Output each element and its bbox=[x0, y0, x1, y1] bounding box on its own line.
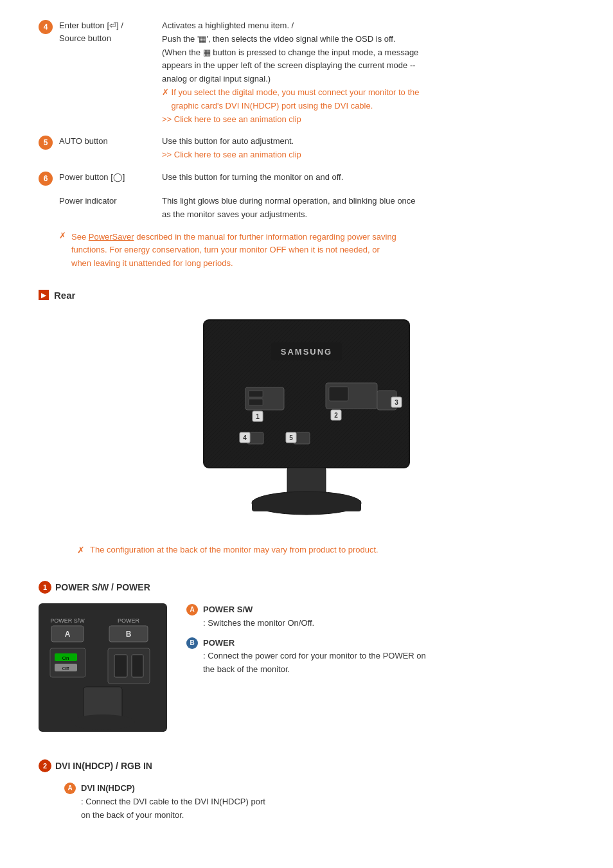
svg-point-43 bbox=[71, 714, 135, 730]
note-symbol: ✗ bbox=[59, 231, 66, 240]
svg-text:A: A bbox=[65, 630, 71, 639]
svg-text:B: B bbox=[126, 630, 132, 639]
power-indicator-desc: This light glows blue during normal oper… bbox=[162, 195, 574, 222]
svg-rect-8 bbox=[249, 399, 263, 405]
port-2-desc: A DVI IN(HDCP) : Connect the DVI cable t… bbox=[39, 782, 265, 828]
button-row-6: 6 Power button [◯] Use this button for t… bbox=[39, 171, 574, 186]
svg-text:POWER S/W: POWER S/W bbox=[50, 617, 85, 624]
port-section-1: 1 POWER S/W / POWER POWER S/W POWER A B … bbox=[39, 581, 574, 734]
svg-text:3: 3 bbox=[395, 399, 398, 406]
port-desc-item-A2: A DVI IN(HDCP) : Connect the DVI cable t… bbox=[64, 782, 265, 822]
button-row-4: 4 Enter button [⏎] /Source button Activa… bbox=[39, 19, 574, 126]
button-descriptions: 4 Enter button [⏎] /Source button Activa… bbox=[39, 19, 574, 270]
button-row-5: 5 AUTO button Use this button for auto a… bbox=[39, 135, 574, 162]
svg-rect-34 bbox=[50, 648, 85, 677]
port-desc-text-A1: POWER S/W : Switches the monitor On/Off. bbox=[203, 603, 314, 630]
animation-link-5[interactable]: >> Click here to see an animation clip bbox=[162, 150, 301, 159]
button-label-5: AUTO button bbox=[59, 135, 162, 148]
monitor-back-image: SAMSUNG 1 2 3 4 bbox=[39, 314, 574, 526]
svg-text:POWER: POWER bbox=[118, 617, 140, 624]
button-number-5: 5 bbox=[39, 136, 53, 150]
svg-rect-41 bbox=[132, 655, 143, 677]
svg-rect-12 bbox=[329, 387, 348, 401]
sub-badge-A1: A bbox=[186, 604, 198, 616]
button-desc-5: Use this button for auto adjustment. >> … bbox=[162, 135, 574, 162]
port-desc-item-B: B POWER : Connect the power cord for you… bbox=[186, 637, 574, 677]
config-note: ✗ The configuration at the back of the m… bbox=[39, 538, 574, 562]
monitor-svg: SAMSUNG 1 2 3 4 bbox=[172, 314, 441, 526]
port-1-image: POWER S/W POWER A B On Off bbox=[39, 603, 167, 734]
button-label-6: Power button [◯] bbox=[59, 171, 162, 184]
svg-rect-7 bbox=[249, 391, 263, 397]
port-badge-2: 2 bbox=[39, 759, 51, 772]
button-number-6: 6 bbox=[39, 172, 53, 186]
button-desc-6: Use this button for turning the monitor … bbox=[162, 171, 574, 184]
rear-icon: ▶ bbox=[39, 290, 49, 300]
svg-rect-42 bbox=[84, 687, 122, 719]
svg-text:SAMSUNG: SAMSUNG bbox=[281, 347, 332, 357]
note-text: See PowerSaver described in the manual f… bbox=[71, 231, 396, 270]
rear-section: ▶ Rear SAMSUNG 1 bbox=[39, 290, 574, 526]
sub-badge-A2: A bbox=[64, 783, 76, 794]
port-1-content: POWER S/W POWER A B On Off bbox=[39, 603, 574, 734]
power-port-svg: POWER S/W POWER A B On Off bbox=[39, 603, 167, 732]
svg-text:1: 1 bbox=[256, 413, 260, 420]
port-1-desc: A POWER S/W : Switches the monitor On/Of… bbox=[186, 603, 574, 683]
port-2-content: A DVI IN(HDCP) : Connect the DVI cable t… bbox=[39, 782, 574, 828]
port-label-1: POWER S/W / POWER bbox=[55, 582, 150, 592]
svg-text:On: On bbox=[62, 655, 69, 661]
rear-title: ▶ Rear bbox=[39, 290, 574, 301]
svg-text:2: 2 bbox=[334, 412, 338, 419]
port-label-2: DVI IN(HDCP) / RGB IN bbox=[55, 761, 152, 771]
port-desc-text-A2: DVI IN(HDCP) : Connect the DVI cable to … bbox=[81, 782, 265, 822]
power-saver-note: ✗ See PowerSaver described in the manual… bbox=[39, 231, 574, 270]
svg-text:5: 5 bbox=[289, 434, 293, 441]
port-desc-text-B1: POWER : Connect the power cord for your … bbox=[203, 637, 426, 677]
power-indicator-label: Power indicator bbox=[59, 195, 162, 208]
port-desc-item-A: A POWER S/W : Switches the monitor On/Of… bbox=[186, 603, 574, 630]
port-section-2: 2 DVI IN(HDCP) / RGB IN A DVI IN(HDCP) :… bbox=[39, 759, 574, 828]
svg-text:4: 4 bbox=[243, 434, 247, 441]
animation-link-4[interactable]: >> Click here to see an animation clip bbox=[162, 114, 301, 124]
button-row-power-indicator: Power indicator This light glows blue du… bbox=[39, 195, 574, 222]
port-badge-1: 1 bbox=[39, 581, 51, 594]
button-label-4: Enter button [⏎] /Source button bbox=[59, 19, 162, 44]
button-number-4: 4 bbox=[39, 20, 53, 34]
port-section-1-title: 1 POWER S/W / POWER bbox=[39, 581, 574, 594]
config-note-text: The configuration at the back of the mon… bbox=[90, 545, 378, 554]
svg-rect-40 bbox=[114, 655, 127, 677]
svg-text:Off: Off bbox=[62, 666, 69, 671]
button-desc-4: Activates a highlighted menu item. / Pus… bbox=[162, 19, 574, 126]
config-note-symbol: ✗ bbox=[77, 545, 85, 555]
svg-rect-26 bbox=[252, 500, 361, 511]
port-section-2-title: 2 DVI IN(HDCP) / RGB IN bbox=[39, 759, 574, 772]
rear-label: Rear bbox=[54, 290, 75, 301]
sub-badge-B1: B bbox=[186, 637, 198, 649]
orange-note-4: ✗ If you select the digital mode, you mu… bbox=[162, 87, 419, 111]
